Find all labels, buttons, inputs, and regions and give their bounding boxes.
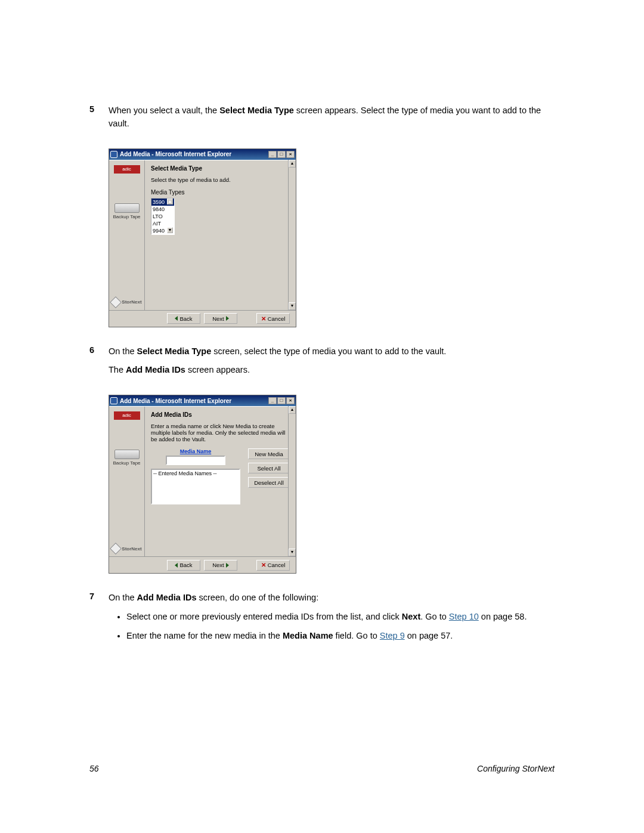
step-number: 5 <box>89 104 109 137</box>
step-number: 6 <box>89 345 109 383</box>
bold-text: Add Media IDs <box>126 365 185 374</box>
next-button[interactable]: Next <box>204 560 237 571</box>
entered-media-listbox[interactable]: -- Entered Media Names -- <box>151 469 240 504</box>
ie-icon <box>110 397 117 404</box>
bold-text: Select Media Type <box>137 346 212 356</box>
cancel-button[interactable]: ✕Cancel <box>256 560 290 571</box>
stornext-icon <box>110 543 122 555</box>
panel-description: Enter a media name or click New Media to… <box>151 423 290 442</box>
ie-icon <box>110 151 117 158</box>
list-item[interactable]: 9840 <box>153 206 165 213</box>
close-button[interactable]: × <box>286 151 295 158</box>
figure-add-media-ids: Add Media - Microsoft Internet Explorer … <box>109 395 296 574</box>
step-7: 7 On the Add Media IDs screen, do one of… <box>89 592 555 648</box>
window-title: Add Media - Microsoft Internet Explorer <box>120 151 268 157</box>
page-footer: 56 Configuring StorNext <box>89 764 555 773</box>
x-icon: ✕ <box>261 315 266 322</box>
figure-select-media-type: Add Media - Microsoft Internet Explorer … <box>109 148 296 327</box>
deselect-all-button[interactable]: Deselect All <box>248 477 290 488</box>
page-number: 56 <box>89 764 99 773</box>
window-title: Add Media - Microsoft Internet Explorer <box>120 398 268 404</box>
bullet-item: Enter the name for the new media in the … <box>126 630 555 643</box>
scrollbar[interactable]: ▲ ▼ <box>288 160 296 310</box>
text: screen, do one of the following: <box>196 593 318 602</box>
panel-heading: Add Media IDs <box>151 411 290 418</box>
step-link[interactable]: Step 9 <box>380 631 405 640</box>
x-icon: ✕ <box>261 562 266 568</box>
stornext-icon <box>110 296 122 308</box>
text: field. Go to <box>333 631 380 640</box>
window-titlebar: Add Media - Microsoft Internet Explorer … <box>109 149 296 160</box>
document-page: 5 When you select a vault, the Select Me… <box>0 0 644 648</box>
scrollbar[interactable]: ▲ ▼ <box>288 406 296 556</box>
list-item[interactable]: 9940 <box>153 227 165 234</box>
step-link[interactable]: Step 10 <box>449 612 479 621</box>
minimize-button[interactable]: _ <box>268 397 277 404</box>
text: screen appears. <box>185 365 250 374</box>
stornext-label: StorNext <box>122 299 141 305</box>
minimize-button[interactable]: _ <box>268 151 277 158</box>
stornext-label: StorNext <box>122 546 141 552</box>
scroll-up-icon[interactable]: ▲ <box>167 199 173 205</box>
dialog-footer: Back Next ✕Cancel <box>109 556 296 573</box>
arrow-left-icon <box>175 563 178 568</box>
step-6: 6 On the Select Media Type screen, selec… <box>89 345 555 383</box>
scroll-down-icon[interactable]: ▼ <box>167 227 173 233</box>
bold-text: Media Name <box>283 631 333 640</box>
text: on page 58. <box>479 612 527 621</box>
panel-description: Select the type of media to add. <box>151 176 290 183</box>
backup-tape-icon <box>114 450 140 459</box>
select-all-button[interactable]: Select All <box>248 463 290 473</box>
dialog-footer: Back Next ✕Cancel <box>109 310 296 327</box>
text: On the <box>109 593 137 602</box>
scroll-up-icon[interactable]: ▲ <box>289 406 296 414</box>
list-placeholder: -- Entered Media Names -- <box>153 470 217 476</box>
window-titlebar: Add Media - Microsoft Internet Explorer … <box>109 395 296 406</box>
text: on page 57. <box>405 631 453 640</box>
list-item[interactable]: AIT <box>153 220 161 227</box>
cancel-button[interactable]: ✕Cancel <box>256 313 290 324</box>
bold-text: Select Media Type <box>219 106 294 115</box>
text: The <box>109 365 126 374</box>
backup-tape-label: Backup Tape <box>113 214 140 219</box>
maximize-button[interactable]: □ <box>277 397 286 404</box>
footer-title: Configuring StorNext <box>477 764 555 773</box>
adic-logo: adic <box>114 165 140 174</box>
media-types-label: Media Types <box>151 189 290 196</box>
media-name-label: Media Name <box>151 448 240 454</box>
content-panel: Add Media IDs Enter a media name or clic… <box>145 407 296 556</box>
content-panel: Select Media Type Select the type of med… <box>145 160 296 310</box>
scroll-down-icon[interactable]: ▼ <box>289 549 296 556</box>
scroll-up-icon[interactable]: ▲ <box>289 160 296 168</box>
back-button[interactable]: Back <box>167 313 200 324</box>
next-button[interactable]: Next <box>204 313 237 324</box>
scroll-down-icon[interactable]: ▼ <box>289 302 296 310</box>
bold-text: Add Media IDs <box>137 593 197 602</box>
step-body: When you select a vault, the Select Medi… <box>109 104 555 137</box>
media-types-listbox[interactable]: 3590▲ 9840 LTO AIT 9940▼ <box>151 198 175 235</box>
adic-logo: adic <box>114 411 140 420</box>
arrow-right-icon <box>226 563 229 568</box>
backup-tape-label: Backup Tape <box>113 460 140 466</box>
backup-tape-icon <box>114 203 140 213</box>
close-button[interactable]: × <box>286 397 295 404</box>
text: Select one or more previously entered me… <box>126 612 402 621</box>
list-item[interactable]: LTO <box>153 213 163 220</box>
panel-heading: Select Media Type <box>151 165 290 172</box>
bullet-item: Select one or more previously entered me… <box>126 611 555 624</box>
new-media-button[interactable]: New Media <box>248 448 290 459</box>
text: . Go to <box>420 612 449 621</box>
back-button[interactable]: Back <box>167 560 200 571</box>
step-body: On the Add Media IDs screen, do one of t… <box>109 592 555 648</box>
text: screen, select the type of media you wan… <box>211 346 446 356</box>
step-5: 5 When you select a vault, the Select Me… <box>89 104 555 137</box>
text: Enter the name for the new media in the <box>126 631 283 640</box>
list-item[interactable]: 3590 <box>153 199 165 206</box>
maximize-button[interactable]: □ <box>277 151 286 158</box>
step-number: 7 <box>89 592 109 648</box>
sidebar: adic Backup Tape StorNext <box>109 160 145 310</box>
media-name-input[interactable] <box>166 456 225 465</box>
arrow-right-icon <box>226 316 229 321</box>
bold-text: Next <box>402 612 420 621</box>
text: When you select a vault, the <box>109 106 219 115</box>
